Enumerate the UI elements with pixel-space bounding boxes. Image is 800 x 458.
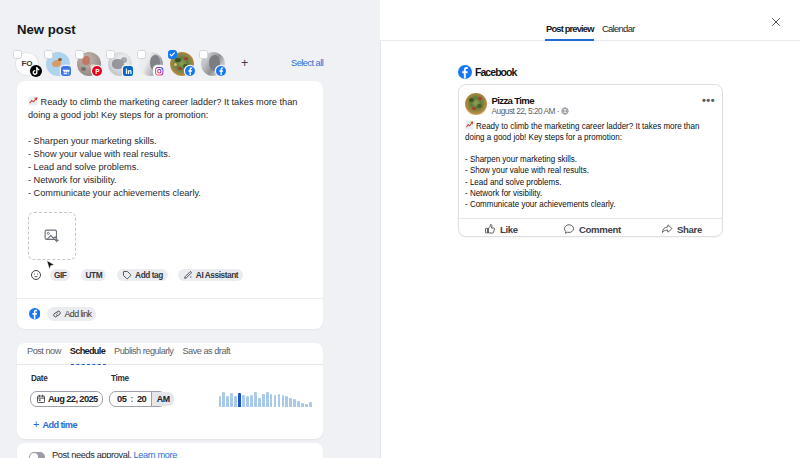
svg-text:P: P	[95, 67, 100, 74]
